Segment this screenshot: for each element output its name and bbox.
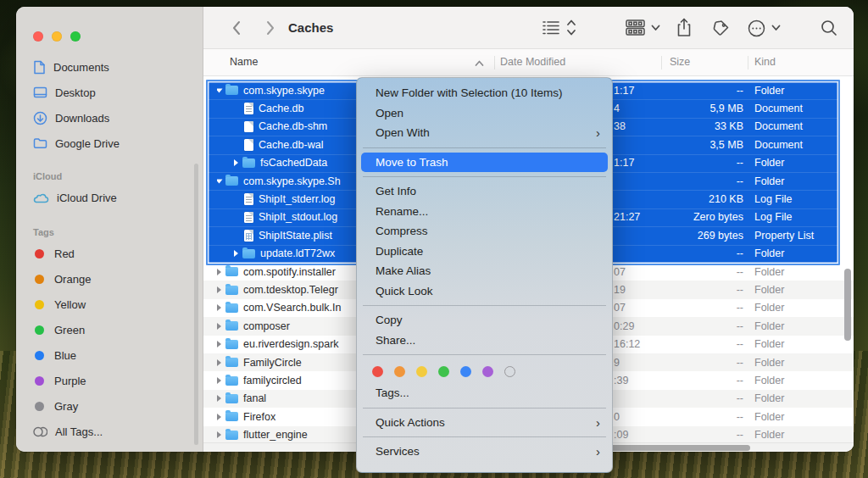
sidebar-item-tag-blue[interactable]: Blue <box>16 342 203 368</box>
sidebar-item-tag-yellow[interactable]: Yellow <box>16 292 203 317</box>
menu-item-duplicate[interactable]: Duplicate <box>357 242 612 262</box>
group-by-chevron-icon[interactable] <box>651 25 660 31</box>
file-name-label: com.VSearch.bulk.In <box>243 302 341 314</box>
disclosure-triangle-icon[interactable] <box>217 359 221 366</box>
disclosure-triangle-icon[interactable] <box>217 269 221 275</box>
menu-item-rename[interactable]: Rename... <box>357 202 612 222</box>
sidebar-item-documents[interactable]: Documents <box>16 54 203 80</box>
tag-color-dot <box>35 325 44 335</box>
view-sort-chevrons-icon[interactable] <box>566 19 576 36</box>
group-by-icon[interactable] <box>626 19 645 36</box>
disclosure-triangle-icon[interactable] <box>217 341 221 347</box>
menu-item-open-with[interactable]: Open With› <box>357 123 612 143</box>
menu-item-tags[interactable]: Tags... <box>357 383 612 403</box>
menu-item-services[interactable]: Services› <box>357 442 612 462</box>
column-header-size[interactable]: Size <box>670 56 690 68</box>
menu-item-open[interactable]: Open <box>357 103 612 124</box>
more-actions-icon[interactable] <box>748 19 765 37</box>
tag-color-icon[interactable] <box>416 366 427 377</box>
column-header-kind[interactable]: Kind <box>754 56 776 68</box>
menu-item-quick-look[interactable]: Quick Look <box>357 281 612 302</box>
sidebar-item-desktop[interactable]: Desktop <box>16 80 203 105</box>
menu-item-quick-actions[interactable]: Quick Actions› <box>357 413 612 433</box>
tag-color-icon[interactable] <box>372 366 383 377</box>
zoom-button[interactable] <box>70 31 81 42</box>
menu-item-label: Copy <box>376 314 403 326</box>
disclosure-triangle-icon[interactable] <box>217 88 223 92</box>
column-divider[interactable] <box>494 56 495 69</box>
downloads-icon <box>33 111 47 125</box>
sidebar-item-tag-green[interactable]: Green <box>16 317 203 342</box>
kind-cell: Folder <box>754 317 784 335</box>
disclosure-triangle-icon[interactable] <box>217 323 221 330</box>
disclosure-triangle-icon[interactable] <box>217 304 221 311</box>
menu-item-share[interactable]: Share... <box>357 331 612 351</box>
disclosure-triangle-icon[interactable] <box>217 377 221 384</box>
size-cell: -- <box>627 154 743 172</box>
file-name-label: composer <box>243 320 290 332</box>
kind-cell: Folder <box>754 263 784 281</box>
tag-color-icon[interactable] <box>438 366 449 377</box>
forward-button[interactable] <box>261 19 280 37</box>
size-cell: -- <box>627 336 743 353</box>
disclosure-triangle-icon[interactable] <box>217 286 221 293</box>
menu-item-copy[interactable]: Copy <box>357 310 612 331</box>
file-name-label: com.spotify.installer <box>243 266 336 278</box>
column-headers: Name Date Modified Size Kind <box>203 49 854 76</box>
column-divider[interactable] <box>748 56 748 69</box>
size-cell: 210 KB <box>627 190 743 208</box>
disclosure-triangle-icon[interactable] <box>217 431 221 438</box>
close-button[interactable] <box>33 31 43 42</box>
menu-item-move-to-trash[interactable]: Move to Trash <box>361 153 608 173</box>
menu-item-label: Rename... <box>376 205 428 218</box>
sidebar-item-google-drive[interactable]: Google Drive <box>16 131 203 156</box>
sidebar-item-label: Purple <box>54 375 86 387</box>
disclosure-triangle-icon[interactable] <box>217 414 221 420</box>
toolbar: Caches <box>203 7 854 49</box>
tag-color-icon[interactable] <box>394 366 405 377</box>
sort-ascending-icon[interactable] <box>475 58 484 69</box>
minimize-button[interactable] <box>52 31 62 42</box>
sidebar-item-tag-purple[interactable]: Purple <box>16 368 203 393</box>
tag-none-icon[interactable] <box>504 366 515 377</box>
sidebar-item-tag-gray[interactable]: Gray <box>16 393 203 419</box>
google-drive-icon <box>33 137 47 149</box>
folder-icon <box>225 176 238 186</box>
menu-item-compress[interactable]: Compress <box>357 221 612 242</box>
search-icon[interactable] <box>821 19 837 36</box>
more-actions-chevron-icon[interactable] <box>771 25 781 31</box>
kind-cell: Folder <box>754 281 784 298</box>
menu-item-make-alias[interactable]: Make Alias <box>357 261 612 281</box>
sidebar-item-downloads[interactable]: Downloads <box>16 105 203 131</box>
file-name-label: familycircled <box>243 375 302 386</box>
list-view-icon[interactable] <box>542 19 559 35</box>
menu-item-get-info[interactable]: Get Info <box>357 181 612 202</box>
date-modified-cell: 4 <box>614 99 620 117</box>
menu-item-new-folder-with-selection-10-items[interactable]: New Folder with Selection (10 Items) <box>357 83 612 103</box>
tag-icon[interactable] <box>712 19 730 37</box>
disclosure-triangle-icon[interactable] <box>217 395 221 402</box>
sidebar-item-tag-red[interactable]: Red <box>16 241 203 266</box>
tag-color-icon[interactable] <box>460 366 471 377</box>
sidebar-scrollbar[interactable] <box>194 164 198 445</box>
column-divider[interactable] <box>661 56 662 69</box>
size-cell: -- <box>627 81 743 99</box>
size-cell: 33 KB <box>627 118 743 136</box>
disclosure-triangle-icon[interactable] <box>234 250 238 257</box>
disclosure-triangle-icon[interactable] <box>234 159 238 166</box>
column-header-date-modified[interactable]: Date Modified <box>500 56 565 68</box>
file-icon <box>244 230 253 242</box>
tag-color-dot <box>35 300 44 309</box>
traffic-lights <box>33 31 81 42</box>
sidebar-item-icloud-drive[interactable]: iCloud Drive <box>16 185 203 210</box>
disclosure-triangle-icon[interactable] <box>217 179 223 183</box>
tag-color-icon[interactable] <box>482 366 493 377</box>
share-icon[interactable] <box>676 18 692 37</box>
sidebar-item-label: Yellow <box>54 298 86 311</box>
back-button[interactable] <box>227 19 246 37</box>
column-header-name[interactable]: Name <box>230 56 258 68</box>
vertical-scrollbar[interactable] <box>844 269 851 341</box>
sidebar-item-tag-orange[interactable]: Orange <box>16 266 203 292</box>
sidebar-item-all-tags[interactable]: All Tags... <box>16 419 203 444</box>
date-modified-cell: 07 <box>614 299 626 317</box>
